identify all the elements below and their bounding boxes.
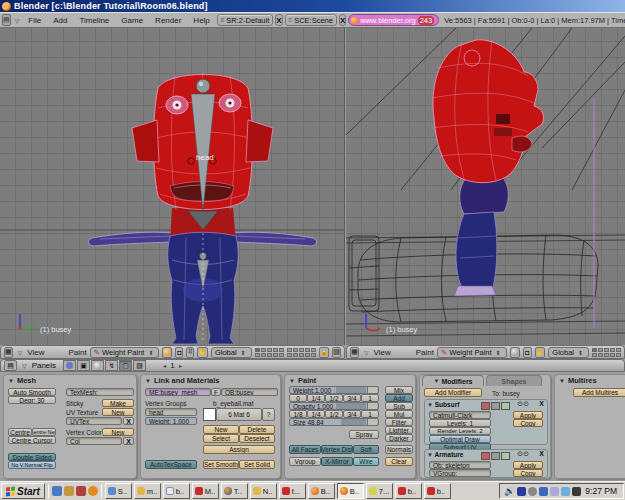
window-type-icon[interactable]: ▤	[2, 14, 11, 26]
camera-tray-icon[interactable]	[572, 487, 581, 496]
task-app-m[interactable]: M..	[192, 483, 219, 499]
vertex-color-new-button[interactable]: New	[102, 428, 134, 436]
collapse-caret-icon[interactable]: ▽	[20, 362, 29, 369]
layer-buttons[interactable]	[592, 348, 621, 357]
armature-copy-button[interactable]: Copy	[513, 469, 543, 477]
delete-modifier-button[interactable]: X	[539, 450, 544, 457]
material-color-swatch[interactable]	[203, 408, 216, 421]
paint-weight-slider[interactable]: Weight:1.000	[289, 386, 379, 394]
tray-app-icon[interactable]	[561, 487, 570, 496]
weight-threequarter-button[interactable]: 3/4	[343, 394, 361, 402]
sticky-make-button[interactable]: Make	[102, 399, 134, 407]
view-menu[interactable]: View	[27, 348, 44, 357]
opacity-quarter-button[interactable]: 1/4	[307, 410, 325, 418]
panel-collapse-icon[interactable]: ▼	[145, 378, 151, 384]
subdivision-type-select[interactable]: Catmull-Clark	[429, 411, 491, 419]
quicklaunch-desktop-icon[interactable]	[52, 486, 62, 496]
tray-app-icon[interactable]	[528, 487, 537, 496]
material-index-stepper[interactable]: 6 Mat 6	[216, 408, 262, 421]
add-mode-button[interactable]: Add	[385, 394, 413, 402]
occlude-icon[interactable]: ◘	[523, 347, 532, 358]
mix-mode-button[interactable]: Mix	[385, 386, 413, 394]
layer-buttons[interactable]	[255, 348, 316, 357]
screen-close-button[interactable]: X	[275, 14, 282, 26]
col-delete-button[interactable]: X	[123, 437, 134, 445]
panel-collapse-icon[interactable]: ▼	[289, 378, 295, 384]
browse-icon[interactable]: ≡	[221, 17, 225, 23]
shading-context-icon[interactable]	[91, 360, 104, 371]
uvtex-delete-button[interactable]: X	[123, 417, 134, 425]
vertex-dist-toggle[interactable]: Vertex Dist	[321, 445, 353, 454]
no-vnormal-flip-toggle[interactable]: No V.Normal Flip	[8, 461, 56, 469]
blender-org-badge[interactable]: www.blender.org 243	[348, 14, 439, 26]
collapse-caret-icon[interactable]: ▽	[13, 17, 22, 24]
task-firefox[interactable]: T..	[221, 483, 248, 499]
editor-type-icon[interactable]: ▦	[350, 347, 359, 358]
col-field[interactable]: Col	[66, 437, 122, 445]
menu-render[interactable]: Render	[150, 16, 186, 25]
menu-add[interactable]: Add	[48, 16, 72, 25]
move-up-icon[interactable]: ⊙⊙	[517, 400, 529, 408]
tray-app-icon[interactable]	[539, 487, 548, 496]
browse-icon[interactable]: ≡	[289, 17, 293, 23]
menu-file[interactable]: File	[23, 16, 46, 25]
tray-app-icon[interactable]	[550, 487, 559, 496]
vgroup-delete-button[interactable]: Delete	[239, 425, 275, 434]
occlude-icon[interactable]: ◘	[175, 347, 183, 358]
spray-toggle[interactable]: Spray	[349, 430, 379, 439]
window-titlebar[interactable]: Blender [c:\Blender Tutorial\Room06.blen…	[0, 0, 625, 12]
collapse-caret-icon[interactable]: ▽	[362, 349, 371, 356]
subsurf-copy-button[interactable]: Copy	[513, 419, 543, 427]
screen-selector[interactable]: ≡ SR:2-Default	[217, 14, 273, 26]
scene-selector[interactable]: ≡ SCE:Scene	[285, 14, 337, 26]
opacity-half-button[interactable]: 1/2	[325, 410, 343, 418]
menu-help[interactable]: Help	[188, 16, 214, 25]
task-search[interactable]: S..	[105, 483, 132, 499]
interactive-toggle-icon[interactable]	[491, 402, 500, 410]
set-smooth-button[interactable]: Set Smooth	[203, 460, 239, 469]
manipulator-hand-icon[interactable]: ✋	[197, 347, 208, 358]
vgroup-deselect-button[interactable]: Deselect	[239, 434, 275, 443]
tray-app-icon[interactable]	[517, 487, 526, 496]
render-preview-icon[interactable]: ▨	[332, 347, 341, 358]
autotexspace-toggle[interactable]: AutoTexSpace	[145, 460, 197, 469]
auto-smooth-button[interactable]: Auto Smooth	[8, 388, 56, 396]
subsurf-apply-button[interactable]: Apply	[513, 411, 543, 419]
task-app-b2[interactable]: b..	[424, 483, 451, 499]
task-folder-n[interactable]: N..	[250, 483, 277, 499]
degr-stepper[interactable]: Degr: 30	[8, 396, 56, 404]
task-app-t[interactable]: t...	[279, 483, 306, 499]
modifier-expand-icon[interactable]: ▼	[427, 452, 433, 458]
viewport-front[interactable]: head (1) busey	[0, 28, 345, 345]
view-menu[interactable]: View	[374, 348, 391, 357]
delete-modifier-button[interactable]: X	[539, 400, 544, 407]
add-modifier-button[interactable]: Add Modifier	[424, 388, 482, 397]
material-question-button[interactable]: ?	[262, 408, 275, 421]
render-toggle-icon[interactable]	[481, 452, 490, 460]
panel-collapse-icon[interactable]: ▼	[8, 378, 14, 384]
uvtex-field[interactable]: UVTex	[66, 417, 122, 425]
paint-menu[interactable]: Paint	[416, 348, 434, 357]
assign-button[interactable]: Assign	[203, 445, 275, 454]
centre-button[interactable]: Centre	[8, 428, 32, 436]
paint-menu[interactable]: Paint	[69, 348, 87, 357]
volume-icon[interactable]: 🔊	[504, 486, 515, 496]
weight-slider[interactable]: Weight: 1.000	[145, 417, 197, 425]
sub-mode-button[interactable]: Sub	[385, 402, 413, 410]
soft-toggle[interactable]: Soft	[353, 445, 379, 454]
scene-context-icon[interactable]: ▨	[133, 360, 146, 371]
menu-game[interactable]: Game	[116, 16, 148, 25]
centre-cursor-button[interactable]: Centre Cursor	[8, 436, 56, 444]
opacity-eighth-button[interactable]: 1/8	[289, 410, 307, 418]
mul-mode-button[interactable]: Mul	[385, 410, 413, 418]
centre-new-button[interactable]: Centre New	[32, 428, 56, 436]
levels-stepper[interactable]: Levels: 1	[429, 419, 491, 427]
weight-half-button[interactable]: 1/2	[325, 394, 343, 402]
frame-counter[interactable]: ◂ 1 ▸	[161, 361, 184, 370]
viewport-side[interactable]: (1) busey	[346, 28, 625, 345]
editor-type-icon[interactable]: ▦	[4, 347, 13, 358]
modifier-expand-icon[interactable]: ▼	[427, 402, 433, 408]
shapes-tab[interactable]: Shapes	[486, 375, 542, 386]
armature-object-field[interactable]: Ob: skeleton	[429, 461, 491, 469]
add-multires-button[interactable]: Add Multires	[573, 388, 625, 397]
